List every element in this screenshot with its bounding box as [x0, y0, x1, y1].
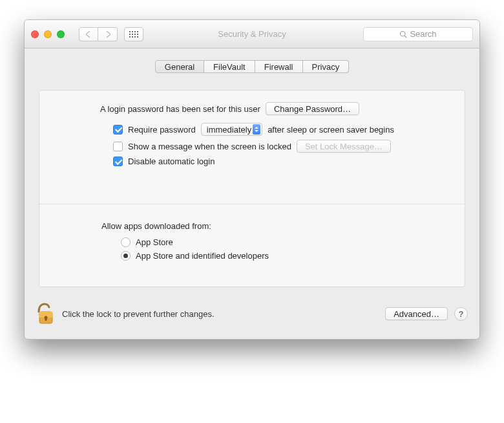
- svg-rect-5: [45, 318, 47, 321]
- radio-identified-developers[interactable]: [121, 251, 131, 261]
- require-password-checkbox[interactable]: [113, 125, 123, 135]
- stepper-icon: [253, 124, 260, 135]
- tab-filevault[interactable]: FileVault: [204, 60, 255, 73]
- grid-icon: [129, 31, 138, 38]
- show-message-row: Show a message when the screen is locked…: [113, 140, 465, 153]
- set-lock-message-button[interactable]: Set Lock Message…: [297, 140, 391, 153]
- content-area: General FileVault Firewall Privacy A log…: [25, 49, 479, 292]
- footer: Click the lock to prevent further change…: [25, 292, 479, 339]
- search-icon: [399, 30, 407, 38]
- help-button[interactable]: ?: [454, 307, 468, 321]
- show-message-checkbox[interactable]: [113, 142, 123, 151]
- divider: [39, 204, 465, 204]
- lock-open-icon: [36, 301, 56, 326]
- general-panel: A login password has been set for this u…: [39, 90, 465, 287]
- radio-app-store-row: App Store: [121, 237, 465, 247]
- traffic-lights: [31, 30, 65, 38]
- title-bar: Security & Privacy Search: [25, 20, 479, 49]
- disable-auto-login-row: Disable automatic login: [113, 157, 465, 166]
- allow-apps-label: Allow apps downloaded from:: [101, 221, 465, 231]
- lock-hint: Click the lock to prevent further change…: [62, 309, 215, 319]
- radio-identified-label: App Store and identified developers: [136, 251, 269, 261]
- search-placeholder: Search: [410, 29, 436, 39]
- preferences-window: Security & Privacy Search General FileVa…: [24, 19, 480, 340]
- login-password-label: A login password has been set for this u…: [100, 104, 260, 114]
- chevron-right-icon: [105, 31, 110, 38]
- radio-app-store-label: App Store: [136, 237, 173, 247]
- tab-bar: General FileVault Firewall Privacy: [39, 60, 465, 73]
- chevron-left-icon: [86, 31, 91, 38]
- require-password-delay-value: immediately: [207, 125, 251, 135]
- radio-app-store[interactable]: [121, 237, 131, 247]
- window-close-button[interactable]: [31, 30, 39, 38]
- change-password-button[interactable]: Change Password…: [266, 102, 359, 115]
- tab-firewall[interactable]: Firewall: [255, 60, 303, 73]
- require-password-label: Require password: [128, 125, 196, 135]
- tab-general[interactable]: General: [155, 60, 204, 73]
- disable-auto-login-checkbox[interactable]: [113, 157, 123, 166]
- svg-line-1: [405, 36, 407, 38]
- window-minimize-button[interactable]: [44, 30, 52, 38]
- tab-privacy[interactable]: Privacy: [303, 60, 350, 73]
- radio-identified-row: App Store and identified developers: [121, 251, 465, 261]
- lock-button[interactable]: [36, 301, 56, 326]
- svg-point-0: [401, 31, 406, 36]
- nav-segmented: [79, 27, 118, 41]
- require-password-delay-select[interactable]: immediately: [201, 123, 262, 136]
- advanced-button[interactable]: Advanced…: [385, 307, 448, 320]
- show-message-label: Show a message when the screen is locked: [128, 142, 291, 151]
- disable-auto-login-label: Disable automatic login: [128, 157, 215, 166]
- require-password-row: Require password immediately after sleep…: [113, 123, 465, 136]
- nav-back-button[interactable]: [79, 27, 98, 41]
- window-zoom-button[interactable]: [57, 30, 65, 38]
- login-password-row: A login password has been set for this u…: [100, 102, 465, 115]
- search-input[interactable]: Search: [363, 27, 473, 41]
- show-all-button[interactable]: [124, 27, 143, 41]
- require-password-suffix: after sleep or screen saver begins: [268, 125, 394, 135]
- nav-forward-button[interactable]: [98, 27, 118, 41]
